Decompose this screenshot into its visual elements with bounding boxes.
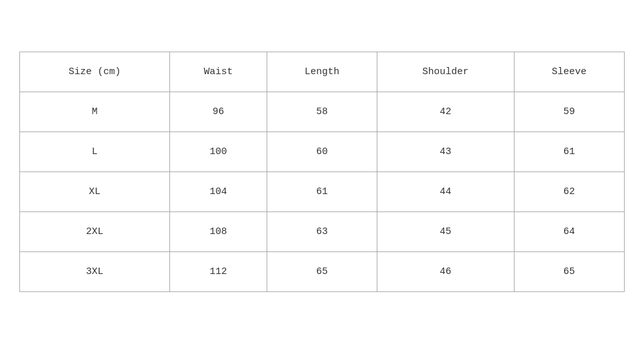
column-header-0: Size (cm): [20, 52, 170, 92]
table-cell-0-1: 96: [170, 92, 267, 132]
table-row: 2XL108634564: [20, 211, 625, 251]
table-cell-1-4: 61: [514, 132, 624, 172]
table-cell-4-2: 65: [267, 251, 377, 291]
table-cell-2-2: 61: [267, 172, 377, 211]
table-cell-4-0: 3XL: [20, 251, 170, 291]
table-cell-4-4: 65: [514, 251, 624, 291]
table-cell-3-2: 63: [267, 211, 377, 251]
table-header-row: Size (cm)WaistLengthShoulderSleeve: [20, 52, 625, 92]
table-cell-1-0: L: [20, 132, 170, 172]
table-cell-2-1: 104: [170, 172, 267, 211]
column-header-1: Waist: [170, 52, 267, 92]
table-cell-1-2: 60: [267, 132, 377, 172]
size-chart-table: Size (cm)WaistLengthShoulderSleeve M9658…: [19, 52, 625, 292]
column-header-3: Shoulder: [377, 52, 514, 92]
column-header-2: Length: [267, 52, 377, 92]
table-cell-0-2: 58: [267, 92, 377, 132]
table-cell-0-4: 59: [514, 92, 624, 132]
table-cell-4-1: 112: [170, 251, 267, 291]
table-cell-4-3: 46: [377, 251, 514, 291]
table-cell-0-0: M: [20, 92, 170, 132]
table-cell-3-1: 108: [170, 211, 267, 251]
table-cell-2-4: 62: [514, 172, 624, 211]
table-row: L100604361: [20, 132, 625, 172]
table-cell-2-3: 44: [377, 172, 514, 211]
size-chart-container: Size (cm)WaistLengthShoulderSleeve M9658…: [19, 52, 625, 292]
table-cell-3-3: 45: [377, 211, 514, 251]
table-cell-2-0: XL: [20, 172, 170, 211]
table-cell-1-3: 43: [377, 132, 514, 172]
table-cell-0-3: 42: [377, 92, 514, 132]
table-row: M96584259: [20, 92, 625, 132]
table-cell-1-1: 100: [170, 132, 267, 172]
table-cell-3-0: 2XL: [20, 211, 170, 251]
table-row: XL104614462: [20, 172, 625, 211]
column-header-4: Sleeve: [514, 52, 624, 92]
table-row: 3XL112654665: [20, 251, 625, 291]
table-cell-3-4: 64: [514, 211, 624, 251]
